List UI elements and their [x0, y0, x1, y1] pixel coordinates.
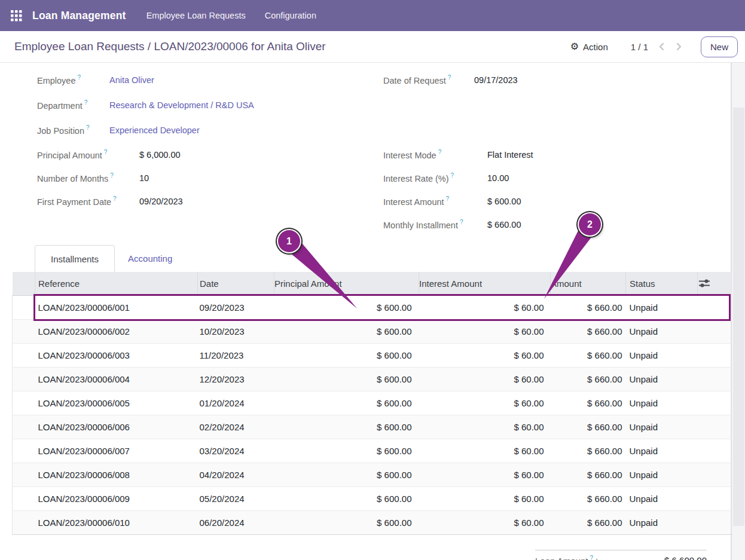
cell-reference[interactable]: LOAN/2023/00006/006 — [35, 415, 198, 439]
tab-accounting[interactable]: Accounting — [115, 245, 185, 272]
cell-amount[interactable]: $ 660.00 — [551, 391, 626, 415]
cell-reference[interactable]: LOAN/2023/00006/007 — [35, 439, 198, 463]
cell-status[interactable]: Unpaid — [626, 439, 698, 463]
table-row[interactable]: LOAN/2023/00006/00311/20/2023$ 600.00$ 6… — [13, 343, 731, 367]
cell-amount[interactable]: $ 660.00 — [551, 510, 626, 534]
field-value[interactable]: 10.00 — [487, 173, 509, 183]
new-button[interactable]: New — [701, 36, 738, 57]
field-value[interactable]: $ 6,000.00 — [139, 150, 181, 160]
cell-date[interactable]: 01/20/2024 — [198, 391, 274, 415]
tab-installments[interactable]: Installments — [35, 245, 115, 272]
cell-interest-amount[interactable]: $ 60.00 — [419, 439, 551, 463]
cell-status[interactable]: Unpaid — [626, 367, 698, 391]
cell-interest-amount[interactable]: $ 60.00 — [419, 295, 551, 319]
col-header-interest-amount[interactable]: Interest Amount — [419, 272, 551, 295]
field-value[interactable]: Experienced Developer — [109, 126, 200, 135]
field-value[interactable]: $ 660.00 — [487, 220, 521, 229]
cell-amount[interactable]: $ 660.00 — [551, 295, 626, 319]
apps-grid-icon[interactable] — [10, 9, 23, 22]
cell-amount[interactable]: $ 660.00 — [551, 343, 626, 367]
cell-reference[interactable]: LOAN/2023/00006/008 — [35, 463, 198, 486]
chevron-right-icon[interactable] — [674, 42, 683, 51]
field-value[interactable]: Research & Development / R&D USA — [109, 100, 254, 110]
cell-amount[interactable]: $ 660.00 — [551, 439, 626, 463]
cell-date[interactable]: 04/20/2024 — [198, 463, 274, 486]
cell-date[interactable]: 11/20/2023 — [198, 343, 274, 367]
table-row[interactable]: LOAN/2023/00006/00703/20/2024$ 600.00$ 6… — [13, 439, 731, 463]
cell-reference[interactable]: LOAN/2023/00006/003 — [35, 343, 198, 367]
cell-interest-amount[interactable]: $ 60.00 — [419, 510, 551, 534]
cell-amount[interactable]: $ 660.00 — [551, 415, 626, 439]
cell-reference[interactable]: LOAN/2023/00006/009 — [35, 486, 198, 510]
table-row[interactable]: LOAN/2023/00006/00804/20/2024$ 600.00$ 6… — [13, 463, 731, 486]
column-options-button[interactable] — [698, 272, 731, 295]
col-header-reference[interactable]: Reference — [35, 272, 198, 295]
cell-principal-amount[interactable]: $ 600.00 — [274, 415, 419, 439]
cell-principal-amount[interactable]: $ 600.00 — [274, 463, 419, 486]
cell-status[interactable]: Unpaid — [626, 510, 698, 534]
cell-date[interactable]: 09/20/2023 — [198, 295, 274, 319]
nav-item-configuration[interactable]: Configuration — [265, 11, 316, 20]
cell-interest-amount[interactable]: $ 60.00 — [419, 415, 551, 439]
cell-date[interactable]: 06/20/2024 — [198, 510, 274, 534]
nav-item-employee-loan-requests[interactable]: Employee Loan Requests — [146, 11, 246, 20]
cell-reference[interactable]: LOAN/2023/00006/002 — [35, 319, 198, 343]
col-header-status[interactable]: Status — [626, 272, 698, 295]
cell-amount[interactable]: $ 660.00 — [551, 463, 626, 486]
table-row[interactable]: LOAN/2023/00006/00109/20/2023$ 600.00$ 6… — [13, 295, 731, 319]
cell-interest-amount[interactable]: $ 60.00 — [419, 343, 551, 367]
cell-date[interactable]: 12/20/2023 — [198, 367, 274, 391]
field-value[interactable]: Anita Oliver — [109, 75, 154, 85]
cell-status[interactable]: Unpaid — [626, 319, 698, 343]
field-value[interactable]: 09/20/2023 — [139, 197, 183, 206]
cell-principal-amount[interactable]: $ 600.00 — [274, 486, 419, 510]
col-header-principal-amount[interactable]: Principal Amount — [274, 272, 419, 295]
cell-principal-amount[interactable]: $ 600.00 — [274, 391, 419, 415]
cell-amount[interactable]: $ 660.00 — [551, 367, 626, 391]
table-row[interactable]: LOAN/2023/00006/00905/20/2024$ 600.00$ 6… — [13, 486, 731, 510]
field-value[interactable]: Flat Interest — [487, 150, 533, 160]
table-row[interactable]: LOAN/2023/00006/01006/20/2024$ 600.00$ 6… — [13, 510, 731, 534]
pager-count[interactable]: 1 / 1 — [631, 42, 648, 52]
cell-status[interactable]: Unpaid — [626, 463, 698, 486]
cell-interest-amount[interactable]: $ 60.00 — [419, 319, 551, 343]
table-row[interactable]: LOAN/2023/00006/00501/20/2024$ 600.00$ 6… — [13, 391, 731, 415]
cell-principal-amount[interactable]: $ 600.00 — [274, 367, 419, 391]
cell-status[interactable]: Unpaid — [626, 295, 698, 319]
cell-reference[interactable]: LOAN/2023/00006/005 — [35, 391, 198, 415]
cell-date[interactable]: 05/20/2024 — [198, 486, 274, 510]
action-button[interactable]: ⚙ Action — [570, 42, 608, 52]
field-value[interactable]: $ 600.00 — [487, 197, 521, 206]
cell-reference[interactable]: LOAN/2023/00006/004 — [35, 367, 198, 391]
cell-date[interactable]: 10/20/2023 — [198, 319, 274, 343]
cell-principal-amount[interactable]: $ 600.00 — [274, 343, 419, 367]
cell-reference[interactable]: LOAN/2023/00006/010 — [35, 510, 198, 534]
col-header-amount[interactable]: Amount — [551, 272, 626, 295]
cell-date[interactable]: 03/20/2024 — [198, 439, 274, 463]
cell-interest-amount[interactable]: $ 60.00 — [419, 367, 551, 391]
cell-date[interactable]: 02/20/2024 — [198, 415, 274, 439]
table-row[interactable]: LOAN/2023/00006/00210/20/2023$ 600.00$ 6… — [13, 319, 731, 343]
cell-status[interactable]: Unpaid — [626, 343, 698, 367]
field-value[interactable]: 10 — [139, 173, 149, 183]
cell-status[interactable]: Unpaid — [626, 486, 698, 510]
field-value[interactable]: 09/17/2023 — [474, 75, 518, 85]
scrollbar-thumb[interactable] — [733, 108, 744, 526]
cell-interest-amount[interactable]: $ 60.00 — [419, 391, 551, 415]
cell-status[interactable]: Unpaid — [626, 391, 698, 415]
cell-interest-amount[interactable]: $ 60.00 — [419, 463, 551, 486]
cell-reference[interactable]: LOAN/2023/00006/001 — [35, 295, 198, 319]
cell-amount[interactable]: $ 660.00 — [551, 319, 626, 343]
cell-principal-amount[interactable]: $ 600.00 — [274, 295, 419, 319]
col-header-date[interactable]: Date — [198, 272, 274, 295]
cell-interest-amount[interactable]: $ 60.00 — [419, 486, 551, 510]
app-name[interactable]: Loan Management — [32, 10, 126, 22]
table-row[interactable]: LOAN/2023/00006/00602/20/2024$ 600.00$ 6… — [13, 415, 731, 439]
cell-principal-amount[interactable]: $ 600.00 — [274, 510, 419, 534]
cell-amount[interactable]: $ 660.00 — [551, 486, 626, 510]
table-row[interactable]: LOAN/2023/00006/00412/20/2023$ 600.00$ 6… — [13, 367, 731, 391]
cell-principal-amount[interactable]: $ 600.00 — [274, 439, 419, 463]
chevron-left-icon[interactable] — [658, 42, 666, 51]
cell-status[interactable]: Unpaid — [626, 415, 698, 439]
cell-principal-amount[interactable]: $ 600.00 — [274, 319, 419, 343]
